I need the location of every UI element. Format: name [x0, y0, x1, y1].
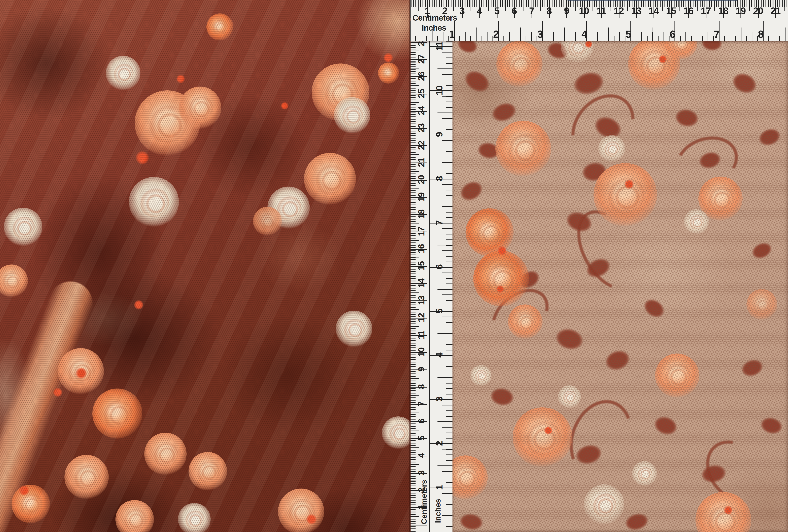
ruler-number: 6 [417, 419, 426, 423]
rose-motif [495, 121, 551, 177]
rose-motif [584, 484, 624, 525]
ruler-number: 10 [579, 6, 589, 16]
lace-motif [456, 62, 498, 101]
rose-motif [558, 385, 581, 408]
ruler-number: 4 [435, 353, 444, 358]
ruler-number: 8 [547, 6, 552, 16]
rose-motif [632, 461, 657, 486]
ruler-number: 14 [649, 6, 658, 16]
left-ruler: 2827262524232221201918171615141312111098… [411, 0, 452, 532]
ruler-number: 24 [417, 106, 426, 115]
ruler-number: 20 [417, 175, 426, 184]
ruler-number: 7 [435, 220, 444, 225]
left-centimeters-label: Centimeters [420, 480, 428, 524]
ruler-number: 13 [417, 296, 426, 305]
rose-motif [452, 455, 488, 500]
rose-motif [470, 365, 492, 386]
ruler-number: 8 [758, 29, 763, 39]
ruler-number: 1 [449, 29, 454, 39]
ruler-number: 2 [435, 441, 444, 446]
lace-motif [598, 343, 637, 378]
lace-motif [452, 173, 491, 209]
ruler-number: 25 [417, 89, 426, 98]
top-inches-label: Inches [422, 24, 446, 32]
lace-motif [724, 65, 765, 102]
lace-motif [670, 104, 704, 132]
ruler-number: 16 [683, 6, 693, 16]
ruler-number: 7 [417, 401, 426, 406]
ruler-number: 11 [435, 42, 444, 51]
orange-paint-dab [658, 55, 667, 63]
lace-motif [735, 353, 770, 383]
ruler-number: 19 [736, 6, 746, 16]
ruler-number: 17 [701, 6, 711, 16]
rose-motif [513, 407, 572, 467]
orange-paint-dab [724, 506, 733, 515]
ruler-number: 9 [435, 132, 444, 137]
ruler-number: 3 [435, 397, 444, 402]
ruler-number: 3 [459, 6, 465, 16]
ruler-number: 18 [718, 6, 728, 16]
rose-motif [655, 354, 699, 398]
ruler-number: 23 [417, 124, 426, 133]
ruler-number: 15 [666, 6, 676, 16]
lace-motif [746, 236, 778, 265]
ruler-number: 6 [670, 29, 675, 39]
draped-fabric-photo [0, 0, 411, 532]
ruler-number: 5 [435, 309, 444, 314]
ruler-number: 26 [417, 72, 426, 81]
orange-paint-dab [544, 426, 553, 435]
left-ruler-scale: 2827262524232221201918171615141312111098… [411, 0, 452, 532]
ruler-number: 6 [512, 6, 517, 16]
ruler-number: 10 [417, 348, 426, 357]
fabric-sheen [0, 0, 411, 532]
ruler-number: 7 [714, 29, 719, 39]
ruler-number: 5 [626, 29, 631, 39]
ruler-number: 8 [417, 385, 426, 389]
ruler-number: 21 [770, 6, 781, 16]
fabric-comparison-photo: 2827262524232221201918171615141312111098… [0, 0, 788, 532]
ruler-number: 16 [417, 244, 426, 253]
lace-motif [452, 41, 484, 59]
lace-motif [548, 321, 591, 357]
ruler-number: 3 [417, 471, 426, 475]
ruler-number: 5 [417, 436, 426, 441]
rose-motif [746, 289, 777, 320]
ruler-number: 22 [417, 141, 426, 150]
orange-paint-dab [497, 246, 507, 255]
ruler-number: 3 [537, 29, 543, 39]
top-ruler-eighthinch-ticks [410, 36, 788, 41]
rose-motif [593, 163, 657, 226]
ruler-number: 18 [417, 210, 426, 219]
ruler-number: 6 [435, 265, 444, 270]
lace-motif [697, 41, 726, 54]
ruler-number: 13 [631, 6, 641, 16]
ruler-number: 8 [435, 176, 444, 181]
rose-motif [473, 251, 529, 307]
ruler-number: 12 [417, 313, 426, 322]
left-ruler-inch-ticks [429, 46, 452, 532]
ruler-number: 1 [435, 485, 444, 490]
rose-motif [684, 209, 709, 234]
ruler-number: 4 [582, 29, 587, 39]
lace-motif [647, 410, 684, 441]
ruler-number: 5 [494, 6, 499, 16]
flat-fabric-photo [452, 41, 788, 532]
ruler-number: 4 [477, 6, 482, 16]
top-centimeters-label: Centimeters [412, 14, 457, 22]
lace-motif [454, 509, 489, 532]
ruler-number: 27 [417, 55, 426, 64]
ruler-number: 7 [529, 6, 534, 16]
rose-motif [508, 304, 543, 339]
ruler-number: 10 [435, 86, 444, 95]
orange-paint-dab [496, 285, 504, 293]
ruler-number: 4 [417, 453, 426, 458]
ruler-number: 12 [614, 6, 624, 16]
ruler-number: 19 [417, 193, 426, 201]
ruler-number: 14 [417, 279, 426, 288]
top-ruler-scale: 123456789101112131415161718192021 123456… [411, 0, 788, 41]
ruler-number: 2 [493, 29, 498, 39]
lace-motif [485, 383, 519, 411]
ruler-number: 15 [417, 261, 426, 271]
top-ruler: 123456789101112131415161718192021 123456… [411, 0, 788, 41]
